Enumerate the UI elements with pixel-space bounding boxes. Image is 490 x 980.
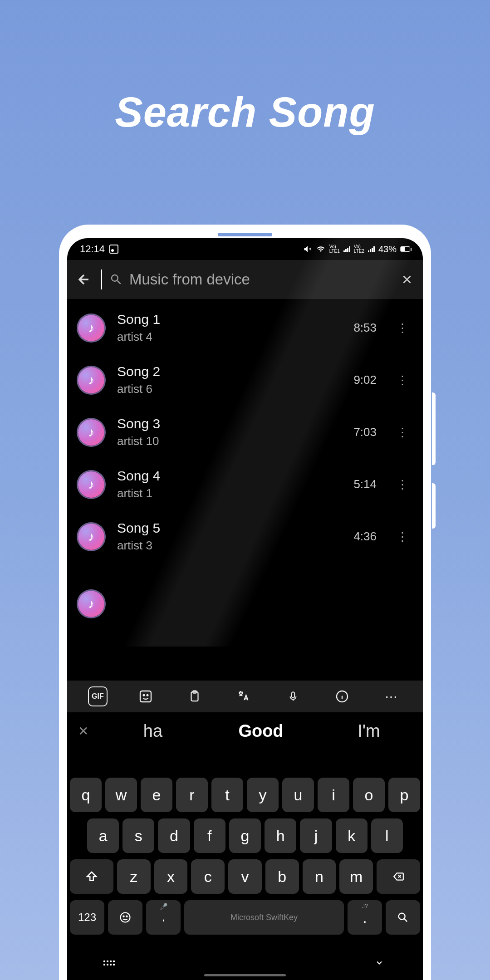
- song-row[interactable]: ♪: [67, 563, 423, 599]
- keyboard-hide-button[interactable]: [372, 958, 387, 967]
- promo-title: Search Song: [0, 88, 490, 136]
- song-menu-button[interactable]: ⋮: [393, 531, 412, 543]
- svg-point-9: [121, 913, 130, 922]
- key-v[interactable]: v: [228, 859, 262, 894]
- battery-icon: [400, 246, 410, 252]
- key-t[interactable]: t: [211, 778, 243, 812]
- key-y[interactable]: y: [247, 778, 279, 812]
- punct-hint: .!?: [362, 903, 368, 909]
- keyboard-toolbar: GIF ⋯: [67, 681, 423, 712]
- song-menu-button[interactable]: ⋮: [393, 374, 412, 386]
- svg-point-1: [143, 695, 145, 696]
- key-k[interactable]: k: [336, 818, 368, 853]
- key-d[interactable]: d: [158, 818, 190, 853]
- key-r[interactable]: r: [176, 778, 208, 812]
- sticker-button[interactable]: [135, 686, 157, 706]
- status-time: 12:14: [80, 243, 105, 255]
- battery-percent: 43%: [378, 244, 397, 255]
- suggestion[interactable]: Good: [207, 721, 315, 741]
- key-h[interactable]: h: [265, 818, 296, 853]
- key-q[interactable]: q: [70, 778, 102, 812]
- song-menu-button[interactable]: ⋮: [393, 479, 412, 490]
- back-button[interactable]: [76, 272, 92, 287]
- key-u[interactable]: u: [282, 778, 314, 812]
- suggestion[interactable]: I'm: [315, 721, 423, 741]
- song-artist: artist 6: [117, 382, 341, 396]
- song-row[interactable]: ♪ Song 2 artist 6 9:02 ⋮: [67, 354, 423, 406]
- key-m[interactable]: m: [339, 859, 373, 894]
- translate-button[interactable]: [233, 686, 255, 706]
- svg-point-2: [147, 695, 148, 696]
- key-a[interactable]: a: [87, 818, 119, 853]
- search-key[interactable]: [386, 900, 420, 935]
- key-s[interactable]: s: [122, 818, 154, 853]
- search-icon: [109, 273, 123, 286]
- numeric-key[interactable]: 123: [70, 900, 104, 935]
- song-title: Song 4: [117, 468, 341, 484]
- volume-button: [432, 392, 436, 465]
- album-art-icon: ♪: [78, 524, 104, 550]
- key-i[interactable]: i: [318, 778, 349, 812]
- key-g[interactable]: g: [229, 818, 261, 853]
- emoji-key[interactable]: [108, 900, 142, 935]
- song-list[interactable]: ♪ Song 1 artist 4 8:53 ⋮ ♪ Song 2 artist…: [67, 299, 423, 602]
- song-artist: artist 4: [117, 330, 341, 344]
- keyboard-switch-button[interactable]: [103, 960, 115, 965]
- key-e[interactable]: e: [141, 778, 172, 812]
- voice-button[interactable]: [282, 686, 304, 706]
- clear-search-button[interactable]: [400, 273, 414, 286]
- phone-screen: 12:14 Vo)LTE1 Vo)LTE2 43%: [67, 238, 423, 980]
- album-art-icon: ♪: [78, 471, 104, 498]
- phone-frame: 12:14 Vo)LTE1 Vo)LTE2 43%: [59, 225, 431, 980]
- comma-key[interactable]: 🎤 ,: [146, 900, 181, 935]
- svg-rect-5: [291, 692, 294, 698]
- key-b[interactable]: b: [265, 859, 299, 894]
- period-key[interactable]: .!? .: [348, 900, 382, 935]
- song-duration: 4:36: [353, 529, 377, 544]
- close-suggestions-button[interactable]: ✕: [67, 724, 99, 739]
- key-f[interactable]: f: [194, 818, 225, 853]
- key-p[interactable]: p: [388, 778, 420, 812]
- album-art-icon: ♪: [78, 591, 104, 617]
- image-notification-icon: [109, 245, 118, 254]
- song-duration: 5:14: [353, 477, 377, 491]
- key-o[interactable]: o: [353, 778, 385, 812]
- key-z[interactable]: z: [117, 859, 151, 894]
- home-indicator[interactable]: [204, 974, 286, 976]
- song-row[interactable]: ♪ Song 4 artist 1 5:14 ⋮: [67, 458, 423, 510]
- song-title: Song 1: [117, 312, 341, 327]
- key-j[interactable]: j: [300, 818, 332, 853]
- song-artist: artist 1: [117, 486, 341, 500]
- song-row[interactable]: ♪ Song 3 artist 10 7:03 ⋮: [67, 406, 423, 458]
- more-button[interactable]: ⋯: [380, 686, 402, 706]
- space-key[interactable]: Microsoft SwiftKey: [184, 900, 344, 935]
- song-title: Song 2: [117, 364, 341, 379]
- search-placeholder: Music from device: [129, 271, 250, 288]
- key-x[interactable]: x: [154, 859, 188, 894]
- keyboard-row: z x c v b n m: [70, 859, 420, 894]
- svg-point-12: [399, 913, 405, 920]
- clipboard-button[interactable]: [184, 686, 206, 706]
- key-w[interactable]: w: [105, 778, 137, 812]
- suggestion[interactable]: ha: [99, 721, 207, 741]
- key-c[interactable]: c: [191, 859, 225, 894]
- song-row[interactable]: ♪ Song 1 artist 4 8:53 ⋮: [67, 302, 423, 354]
- shift-key[interactable]: [70, 859, 113, 894]
- svg-point-10: [123, 916, 124, 917]
- song-title: Song 5: [117, 520, 341, 536]
- gif-button[interactable]: GIF: [88, 686, 108, 706]
- key-l[interactable]: l: [371, 818, 403, 853]
- search-input[interactable]: Music from device: [101, 266, 391, 293]
- song-title: Song 3: [117, 416, 341, 431]
- album-art-icon: ♪: [78, 367, 104, 393]
- song-menu-button[interactable]: ⋮: [393, 322, 412, 334]
- mute-icon: [303, 245, 312, 254]
- info-button[interactable]: [331, 686, 353, 706]
- svg-rect-0: [140, 691, 151, 702]
- song-menu-button[interactable]: ⋮: [393, 426, 412, 438]
- keyboard-row: 123 🎤 , Microsoft SwiftKey .!? .: [70, 900, 420, 935]
- backspace-key[interactable]: [377, 859, 420, 894]
- keyboard-row: a s d f g h j k l: [70, 818, 420, 853]
- song-row[interactable]: ♪ Song 5 artist 3 4:36 ⋮: [67, 510, 423, 563]
- key-n[interactable]: n: [303, 859, 336, 894]
